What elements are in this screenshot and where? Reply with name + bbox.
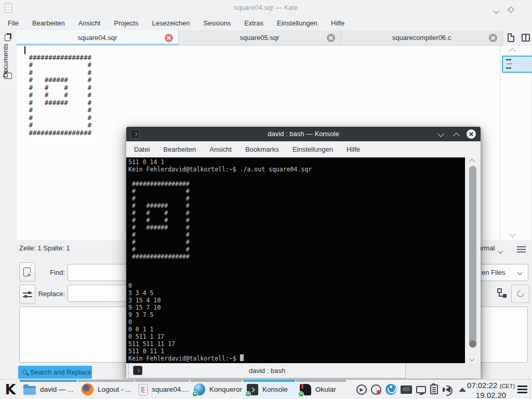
- konsole-minimize-button[interactable]: [438, 131, 443, 136]
- konsole-menu-hilfe[interactable]: Hilfe: [340, 143, 367, 156]
- minimap-viewport[interactable]: [502, 56, 532, 73]
- konsole-maximize-button[interactable]: [454, 134, 459, 138]
- task-label: Okular: [315, 385, 336, 393]
- konsole-tabbar: david : bash: [126, 363, 481, 379]
- kate-menu-bearbeiten[interactable]: Bearbeiten: [25, 17, 72, 30]
- konsole-titlebar[interactable]: david : bash — Konsole: [126, 127, 481, 141]
- chevron-down-icon: [509, 231, 516, 237]
- konsole-window: david : bash — Konsole Datei Bearbeiten …: [126, 127, 481, 379]
- application-launcher-button[interactable]: K: [2, 381, 19, 398]
- konsole-menu-bookmarks[interactable]: Bookmarks: [238, 143, 286, 156]
- konsole-menu-einstellungen[interactable]: Einstellungen: [286, 143, 340, 156]
- cursor-position-status: Zeile: 1 Spalte: 1: [19, 244, 70, 252]
- clock-time: 07:02:22: [467, 381, 497, 390]
- panel-menu-icon[interactable]: [517, 385, 527, 393]
- digital-clock[interactable]: 07:02:22 (CET) 19.02.20: [467, 381, 515, 399]
- konsole-menu-datei[interactable]: Datei: [127, 143, 156, 156]
- task-kate[interactable]: square04....: [135, 380, 189, 399]
- refresh-search-button[interactable]: [511, 285, 529, 303]
- tab-label: square04.sqr: [78, 34, 117, 42]
- task-indicator: [296, 380, 346, 382]
- toggle-label: Search and Replace: [30, 368, 91, 376]
- tab-squarecompiler06[interactable]: squarecompiler06.c: [341, 30, 503, 45]
- task-konsole[interactable]: + Konsole: [243, 380, 295, 399]
- task-okular[interactable]: + Okular: [296, 380, 346, 399]
- tab-label: square05.sqr: [240, 34, 280, 42]
- diamond-maximize-icon: [508, 6, 514, 13]
- documents-icon: [5, 34, 10, 41]
- tree-view-icon[interactable]: [497, 288, 508, 299]
- konsole-session-tab[interactable]: david : bash: [128, 363, 406, 378]
- screen-share-icon[interactable]: [401, 385, 412, 394]
- updates-icon[interactable]: ↑: [371, 384, 381, 395]
- kate-menu-ansicht[interactable]: Ansicht: [72, 17, 108, 30]
- tab-square04[interactable]: square04.sqr: [17, 30, 179, 45]
- chevron-up-icon: [453, 132, 460, 139]
- tab-close-icon[interactable]: [489, 34, 497, 42]
- task-indicator: [190, 380, 242, 382]
- kate-maximize-button[interactable]: [509, 5, 517, 13]
- show-desktop-button[interactable]: [530, 380, 532, 399]
- expand-results-icon[interactable]: [517, 246, 526, 252]
- kate-left-sidebar: Documents: [0, 30, 17, 379]
- task-dolphin[interactable]: david — ...: [20, 380, 77, 399]
- split-view-icon[interactable]: [522, 34, 530, 42]
- expand-tray-icon[interactable]: [459, 388, 466, 392]
- filesystem-browser-icon[interactable]: [4, 73, 12, 79]
- task-indicator: [78, 380, 134, 382]
- chevron-down-icon: [499, 246, 502, 255]
- chevron-up-icon: [509, 48, 516, 55]
- kate-menu-file[interactable]: File: [1, 17, 25, 30]
- text-cursor: [24, 46, 25, 54]
- accessibility-icon[interactable]: [385, 384, 396, 395]
- tab-close-icon[interactable]: [165, 34, 173, 42]
- kate-menu-extras[interactable]: Extras: [237, 17, 270, 30]
- kate-menubar: File Bearbeiten Ansicht Projects Lesezei…: [0, 16, 532, 30]
- konsole-menu-bearbeiten[interactable]: Bearbeiten: [156, 143, 203, 156]
- kate-menu-lesezeichen[interactable]: Lesezeichen: [145, 17, 196, 30]
- kate-menu-hilfe[interactable]: Hilfe: [324, 17, 351, 30]
- kate-menu-sessions[interactable]: Sessions: [196, 17, 237, 30]
- tab-label: squarecompiler06.c: [392, 34, 451, 42]
- task-label: square04....: [152, 385, 189, 393]
- firefox-icon: [82, 383, 94, 395]
- editor-text[interactable]: ################ # # # # # ###### # # # …: [17, 46, 91, 137]
- chevron-down-icon: [493, 8, 499, 14]
- volume-icon[interactable]: [445, 387, 450, 393]
- tree-view-glyph: [497, 288, 508, 299]
- tab-square05[interactable]: square05.sqr: [179, 30, 341, 45]
- kate-menu-projects[interactable]: Projects: [107, 17, 145, 30]
- clipboard-icon[interactable]: [430, 384, 438, 394]
- terminal-output[interactable]: 511 0 14 1 Kein Fehlerdavid@talkortell:~…: [126, 157, 465, 363]
- task-konqueror[interactable]: + Konqueror: [190, 380, 242, 399]
- media-player-icon[interactable]: ▶: [356, 384, 367, 395]
- scroll-up-icon[interactable]: [470, 159, 475, 164]
- scroll-down-icon[interactable]: [470, 356, 475, 362]
- task-label: Logout - ...: [98, 385, 131, 393]
- konsole-menu-ansicht[interactable]: Ansicht: [203, 143, 238, 156]
- editor-minimap-divider: [500, 46, 500, 240]
- plus-badge-icon: +: [192, 391, 198, 397]
- kate-titlebar[interactable]: square04.sqr — Kate: [0, 0, 532, 16]
- session-tab-label: david : bash: [249, 367, 285, 375]
- scroll-up-icon[interactable]: [510, 49, 515, 54]
- task-label: Konsole: [262, 385, 288, 393]
- tab-close-icon[interactable]: [327, 34, 335, 42]
- plus-badge-icon: +: [298, 391, 304, 397]
- kate-minimize-button[interactable]: [494, 6, 502, 14]
- konsole-menubar: Datei Bearbeiten Ansicht Bookmarks Einst…: [126, 141, 481, 157]
- task-indicator: [20, 380, 77, 382]
- task-label: david — ...: [40, 385, 74, 393]
- konsole-icon: +: [247, 384, 258, 395]
- konsole-close-button[interactable]: [467, 129, 476, 139]
- search-and-replace-toggle[interactable]: Search and Replace: [18, 366, 92, 379]
- scroll-down-icon[interactable]: [510, 232, 515, 236]
- terminal-cursor: [240, 354, 244, 361]
- terminal-scrollbar[interactable]: [465, 157, 481, 363]
- display-settings-icon[interactable]: [416, 386, 426, 393]
- task-firefox[interactable]: Logout - ...: [78, 380, 134, 399]
- scrollbar-thumb[interactable]: [469, 166, 476, 347]
- kate-menu-einstellungen[interactable]: Einstellungen: [270, 17, 324, 30]
- new-document-icon[interactable]: [508, 33, 514, 42]
- clock-timezone: (CET): [500, 383, 515, 389]
